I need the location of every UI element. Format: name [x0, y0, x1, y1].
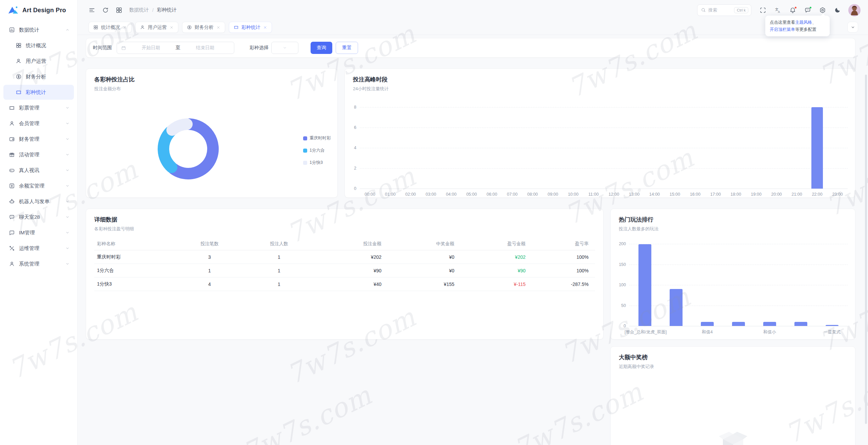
- messages-button[interactable]: [801, 3, 814, 17]
- moon-icon: [834, 7, 841, 14]
- wallet-icon: [9, 136, 15, 142]
- bar[interactable]: [763, 322, 776, 326]
- table-row: 重庆时时彩 3 1 ¥202 ¥0 ¥202 100%: [94, 250, 595, 264]
- tab-lottery-stats[interactable]: 彩种统计: [229, 22, 272, 33]
- chevron-down-icon: [850, 25, 855, 30]
- sidebar-item-ops-manage[interactable]: 运维管理: [3, 241, 74, 256]
- sidebar-item-label: 系统管理: [19, 261, 39, 267]
- gamepad-icon: [9, 167, 15, 173]
- bar[interactable]: [826, 325, 839, 326]
- breadcrumb-parent[interactable]: 数据统计: [129, 7, 149, 13]
- settings-tooltip: 点击这里查看主题风格、 开启顶栏菜单等更多配置: [765, 16, 830, 36]
- legend-label: 重庆时时彩: [310, 135, 331, 141]
- cell-profit: ¥90: [457, 268, 528, 273]
- bar[interactable]: [638, 244, 651, 326]
- y-axis-label: 8: [344, 105, 356, 110]
- language-button[interactable]: [771, 3, 785, 17]
- sidebar-item-member-manage[interactable]: 会员管理: [3, 116, 74, 131]
- breadcrumb: 数据统计 / 彩种统计: [129, 7, 177, 13]
- y-axis-label: 100: [614, 283, 626, 287]
- sidebar-item-label: 聊天室28: [19, 214, 40, 220]
- legend-item[interactable]: 1分六合: [303, 148, 331, 153]
- legend-swatch: [303, 161, 307, 165]
- app-logo[interactable]: Art Design Pro: [0, 0, 77, 20]
- search-input[interactable]: 搜索 Ctrl k: [697, 4, 751, 16]
- bar[interactable]: [794, 322, 807, 326]
- sidebar-item-user-operation[interactable]: 用户运营: [3, 54, 74, 69]
- sidebar-item-lottery-manage[interactable]: 彩票管理: [3, 100, 74, 115]
- y-axis-label: 0: [614, 324, 626, 328]
- tab-stats-overview[interactable]: 统计概况: [88, 22, 132, 33]
- quick-nav-button[interactable]: [112, 3, 126, 17]
- bar[interactable]: [732, 322, 745, 326]
- sidebar-item-label: 运维管理: [19, 245, 39, 252]
- top-menu-link[interactable]: 开启顶栏菜单: [770, 27, 795, 32]
- y-axis-label: 150: [614, 262, 626, 267]
- chevron-down-icon: [65, 246, 70, 251]
- scrollbar[interactable]: [865, 75, 867, 424]
- dark-mode-button[interactable]: [831, 3, 844, 17]
- sidebar-item-finance-manage[interactable]: 财务管理: [3, 132, 74, 147]
- bar[interactable]: [701, 322, 714, 326]
- tab-options-button[interactable]: [847, 22, 858, 33]
- chevron-down-icon: [65, 152, 70, 157]
- yen-box-icon: [9, 183, 15, 189]
- close-icon[interactable]: [263, 25, 267, 30]
- donut-chart: [86, 69, 338, 198]
- query-button[interactable]: 查询: [311, 42, 332, 54]
- sidebar-item-im-manage[interactable]: IM管理: [3, 225, 74, 240]
- sidebar-item-system-manage[interactable]: 系统管理: [3, 256, 74, 271]
- close-icon[interactable]: [170, 25, 174, 30]
- bar[interactable]: [670, 289, 683, 326]
- person-icon: [9, 261, 15, 267]
- tab-user-operation[interactable]: 用户运营: [135, 22, 178, 33]
- theme-style-link[interactable]: 主题风格: [795, 20, 812, 25]
- refresh-button[interactable]: [99, 3, 112, 17]
- bar[interactable]: [811, 107, 823, 189]
- close-icon[interactable]: [123, 25, 127, 30]
- sidebar-item-label: 数据统计: [19, 27, 39, 33]
- reset-button[interactable]: 重置: [336, 42, 358, 54]
- column-header: 盈亏率: [528, 241, 591, 247]
- sidebar-item-data-stats[interactable]: 数据统计: [3, 22, 74, 37]
- ticket-icon: [9, 105, 15, 111]
- sidebar-item-live-video[interactable]: 真人视讯: [3, 163, 74, 178]
- legend-item[interactable]: 重庆时时彩: [303, 135, 331, 141]
- fullscreen-icon: [760, 7, 766, 14]
- gridline: [360, 107, 848, 108]
- legend-item[interactable]: 1分快3: [303, 160, 331, 166]
- cell-bet-amount: ¥40: [325, 282, 384, 287]
- column-header: 投注金额: [325, 241, 384, 247]
- lottery-select[interactable]: [271, 42, 298, 54]
- tab-finance-analysis[interactable]: 财务分析: [182, 22, 225, 33]
- grid-icon: [93, 25, 98, 30]
- notifications-button[interactable]: [786, 3, 800, 17]
- fullscreen-button[interactable]: [756, 3, 770, 17]
- header-actions: 搜索 Ctrl k: [697, 3, 861, 17]
- sidebar-item-robot-orders[interactable]: 机器人与发单: [3, 194, 74, 209]
- avatar[interactable]: [848, 4, 861, 16]
- cell-bet-count: 3: [186, 254, 233, 260]
- cell-user-count: 1: [233, 282, 325, 287]
- robot-icon: [9, 198, 15, 205]
- collapse-sidebar-button[interactable]: [85, 3, 99, 17]
- table-row: 1分六合 1 1 ¥90 ¥0 ¥90 100%: [94, 264, 595, 277]
- hot-plays-card: 热门玩法排行 投注人数最多的玩法 200150100500[整合_总和/龙虎_双…: [610, 209, 855, 340]
- filter-card: 时间范围 开始日期 至 结束日期 彩种选择 查询 重置: [86, 38, 855, 58]
- dollar-circle-icon: [16, 74, 22, 80]
- dollar-circle-icon: [187, 25, 192, 30]
- gift-icon: [9, 152, 15, 158]
- sidebar-item-finance-analysis[interactable]: 财务分析: [3, 69, 74, 84]
- column-header: 投注人数: [233, 241, 325, 247]
- sidebar-item-stats-overview[interactable]: 统计概况: [3, 38, 74, 53]
- sidebar-item-chatroom28[interactable]: 聊天室28: [3, 210, 74, 225]
- sidebar-item-yuebao-manage[interactable]: 余额宝管理: [3, 178, 74, 193]
- date-range-input[interactable]: 开始日期 至 结束日期: [117, 42, 234, 54]
- sidebar-item-label: 真人视讯: [19, 167, 39, 174]
- tooltip-text: 点击这里查看: [770, 20, 795, 25]
- sidebar-item-lottery-stats[interactable]: 彩种统计: [3, 85, 74, 100]
- card-subtitle: 近期高额中奖记录: [619, 364, 654, 370]
- table-row: 1分快3 4 1 ¥40 ¥155 ¥-115 -287.5%: [94, 277, 595, 291]
- sidebar-item-activity-manage[interactable]: 活动管理: [3, 147, 74, 162]
- close-icon[interactable]: [216, 25, 220, 30]
